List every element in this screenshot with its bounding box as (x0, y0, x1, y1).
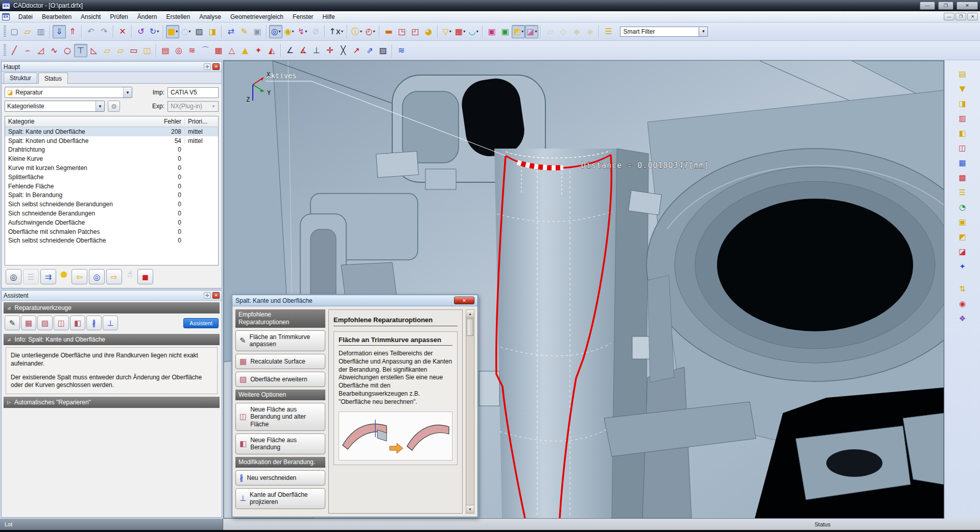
side-layers-button[interactable]: ▣ (955, 215, 969, 229)
endpoint-snap-button[interactable]: ⊤ (74, 44, 87, 57)
maximize-button[interactable]: ❐ (938, 2, 953, 10)
smart-filter-dropdown-icon[interactable]: ▼ (699, 27, 708, 37)
info-section-header[interactable]: ⊿ Info: Spalt: Kante und Oberfläche (4, 334, 220, 345)
new-file-button[interactable]: ▢ (8, 25, 21, 38)
show-solid-button[interactable]: ◼ (137, 269, 153, 284)
open-file-button[interactable]: ▱ (21, 25, 34, 38)
table-row[interactable]: Fehlende Fläche0 (5, 182, 218, 191)
toolbar-grip[interactable] (4, 44, 6, 57)
side-sync-button[interactable]: ⇅ (955, 282, 969, 296)
repair-tools-header[interactable]: ⊿ Reparaturwerkzeuge (4, 302, 220, 313)
new-surface-from-boundary-button[interactable]: ◧Neue Fläche aus Berandung (235, 433, 325, 454)
column-prioritaet[interactable]: Priori... (184, 118, 218, 125)
menu-item-analyse[interactable]: Analyse (195, 12, 226, 22)
cross-section-button[interactable]: ✛ (323, 44, 337, 57)
side-corner-2-button[interactable]: ◪ (955, 245, 969, 258)
transparent-view-button[interactable]: ◌▾ (179, 25, 193, 38)
save-file-button[interactable]: ▥ (34, 25, 47, 38)
sketch-line-button[interactable]: ╱ (8, 44, 21, 57)
table-row[interactable]: Sich selbst schneidende Oberfläche0 (5, 236, 218, 246)
pin-icon[interactable]: ✛ (204, 63, 211, 70)
table-row[interactable]: Aufschwingende Oberfläche0 (5, 218, 218, 227)
intersect-check-button[interactable]: ╳ (337, 44, 350, 57)
close-button[interactable]: ✕ (957, 2, 978, 10)
new-surface-from-boundary-and-old-surface-button[interactable]: ◫Neue Fläche aus Berandung und alter Flä… (235, 403, 325, 431)
table-row[interactable]: Splitterfläche0 (5, 173, 218, 182)
menu-item-ändern[interactable]: Ändern (133, 12, 162, 22)
mdi-close-button[interactable]: ✕ (967, 13, 978, 20)
extend-surface-button[interactable]: ▨Oberfläche erweitern (235, 372, 325, 387)
next-error-button[interactable]: ⇨ (106, 269, 122, 284)
filter-errors-button[interactable]: ⇉ (40, 269, 56, 284)
dropdown-arrow-icon[interactable]: ▾ (449, 29, 451, 34)
active-object-label[interactable]: Aktives (267, 71, 297, 80)
smart-filter-combo[interactable]: Smart Filter ▼ (620, 27, 708, 37)
locate-error-button[interactable]: ◎ (89, 269, 105, 284)
side-cut-button[interactable]: ◧ (955, 127, 969, 140)
adjust-surface-to-trimcurve-button[interactable]: ✎Fläche an Trimmkurve anpassen (235, 330, 325, 351)
blend-curve-button[interactable]: ∿ (47, 44, 61, 57)
vector-check-1-button[interactable]: ↗ (350, 44, 363, 57)
side-export-button[interactable]: ▤ (955, 67, 969, 81)
mesh-flow-button[interactable]: ≋ (395, 44, 408, 57)
sketch-arc-button[interactable]: ⌢ (21, 44, 34, 57)
table-row[interactable]: Drahtrichtung0 (5, 146, 218, 155)
category-list-combo[interactable]: Kategorieliste ▼ (5, 101, 105, 112)
axis-orient-button[interactable]: ↑x▾ (327, 25, 345, 38)
solid-view-2-button[interactable]: ◇ (557, 25, 570, 38)
dropdown-arrow-icon[interactable]: ▾ (279, 29, 281, 34)
menu-item-fenster[interactable]: Fenster (288, 12, 318, 22)
thickness-check-button[interactable]: ▦▾ (453, 25, 467, 38)
menu-item-hilfe[interactable]: Hilfe (318, 12, 340, 22)
info-measure-button[interactable]: ⓘ▾ (350, 25, 364, 38)
dropdown-arrow-icon[interactable]: ▾ (305, 29, 307, 34)
annotate-button[interactable]: ✎ (237, 25, 251, 38)
new-surface-from-boundary-button[interactable]: ◧ (70, 316, 85, 330)
side-grid-button[interactable]: ▦ (955, 156, 969, 170)
table-row[interactable]: Kurve mit kurzen Segmenten0 (5, 163, 218, 173)
error-list-button[interactable]: ☰ (23, 269, 39, 284)
menu-item-bearbeiten[interactable]: Bearbeiten (37, 12, 76, 22)
measure-angle-button[interactable]: ∠ (283, 44, 297, 57)
dialog-scrollbar[interactable]: ▲ ▼ (466, 309, 474, 514)
clip-plane-1-button[interactable]: ▣ (485, 25, 498, 38)
mdi-minimize-button[interactable]: — (944, 13, 954, 20)
assistent-button[interactable]: Assistent (183, 318, 219, 328)
table-row[interactable]: Spalt: In Berandung0 (5, 191, 218, 200)
clip-plane-2-button[interactable]: ▣ (498, 25, 512, 38)
column-fehler[interactable]: Fehler (153, 118, 184, 125)
delete-button[interactable]: ✕ (116, 25, 129, 38)
settings-button[interactable]: ⚙ (108, 101, 120, 112)
trim-curve-button[interactable]: ◿ (34, 44, 47, 57)
solid-view-3-button[interactable]: ◆ (570, 25, 583, 38)
dropdown-arrow-icon[interactable]: ▾ (373, 29, 375, 34)
minimize-button[interactable]: — (920, 2, 935, 10)
capture-button[interactable]: ▣ (251, 25, 264, 38)
dropdown-arrow-icon[interactable]: ▾ (360, 29, 362, 34)
curvature-map-button[interactable]: ◡▾ (467, 25, 480, 38)
ruler-button[interactable]: ▬ (382, 25, 395, 38)
shaded-view-button[interactable]: ■▾ (166, 25, 179, 38)
sync-model-button[interactable]: ⇄ (224, 25, 237, 38)
menu-item-ansicht[interactable]: Ansicht (76, 12, 105, 22)
re-intersect-button[interactable]: ∦Neu verschneiden (235, 470, 325, 486)
orient-view-button[interactable]: ◉▾ (282, 25, 296, 38)
dropdown-arrow-icon[interactable]: ▾ (176, 29, 178, 34)
project-edge-to-surface-button[interactable]: ⊥ (103, 316, 118, 330)
flatness-check-button[interactable]: ▽▾ (440, 25, 453, 38)
import-file-button[interactable]: ⇓ (53, 25, 66, 38)
side-edges-button[interactable]: ▥ (955, 112, 969, 125)
surface-create-1-button[interactable]: ▱ (101, 44, 114, 57)
project-edge-to-surface-button[interactable]: ⊥Kante auf Oberfläche projizieren (235, 488, 325, 509)
dropdown-arrow-icon[interactable]: ▾ (341, 29, 343, 34)
prev-error-button[interactable]: ⇦ (71, 269, 87, 284)
vector-check-2-button[interactable]: ⇗ (363, 44, 376, 57)
assistent-close-button[interactable]: ✕ (212, 292, 220, 299)
side-pick-button[interactable]: ❖ (955, 312, 969, 325)
side-shade-button[interactable]: ☰ (955, 186, 969, 199)
side-half-button[interactable]: ◫ (955, 141, 969, 155)
surface-patch-button[interactable]: ▭ (127, 44, 140, 57)
export-file-button[interactable]: ⇑ (66, 25, 79, 38)
re-intersect-button[interactable]: ∦ (86, 316, 102, 330)
recalculate-surface-button[interactable]: ▦Recalculate Surface (235, 354, 325, 369)
